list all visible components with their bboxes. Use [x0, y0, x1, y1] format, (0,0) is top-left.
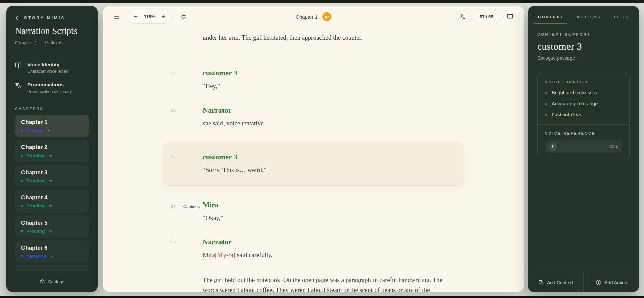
- script-paragraph[interactable]: “Sorry. This is… weird.”: [203, 165, 451, 175]
- paragraph-number: 58: [171, 205, 176, 209]
- chevron-down-icon[interactable]: [48, 204, 53, 208]
- nav-item-desc: Pronunciation dictionary: [27, 89, 72, 94]
- script-paragraph[interactable]: “Okay,”: [203, 213, 444, 223]
- chapter-card-1[interactable]: Chapter 1 Pickups: [15, 115, 89, 137]
- chevron-down-icon[interactable]: [50, 254, 54, 258]
- script-block-56[interactable]: 56 Narrator she said, voice tentative.: [203, 106, 444, 128]
- voice-identity-card: VOICE IDENTITY Bright and expressive Ani…: [537, 73, 630, 160]
- nav-item-label: Voice Identity: [27, 62, 68, 67]
- script-paragraph[interactable]: The girl held out the notebook. On the o…: [203, 275, 444, 292]
- status-dot: [21, 230, 23, 232]
- sidebar-item-pronunciations[interactable]: Pronunciations Pronunciation dictionary: [15, 82, 89, 94]
- audio-duration: 0:01: [610, 144, 618, 149]
- tab-context[interactable]: CONTEXT: [538, 15, 563, 24]
- tab-actions[interactable]: ACTIONS: [577, 15, 601, 24]
- window-bottom-edge: [0, 296, 644, 298]
- speaker-name[interactable]: Narrator: [203, 238, 444, 246]
- emotion-badge[interactable]: Cautious: [179, 203, 204, 211]
- pronunciation-word[interactable]: Mira: [203, 251, 215, 258]
- script-scroll-area[interactable]: under her arm. The girl hesitated, then …: [103, 27, 524, 292]
- add-action-label: Add Action: [605, 280, 627, 285]
- script-paragraph[interactable]: under her arm. The girl hesitated, then …: [203, 33, 444, 43]
- status-label: Narration: [26, 254, 46, 259]
- bullet-dot: [545, 114, 547, 116]
- sidebar: STORY MIMIC Narration Scripts Chapter 1 …: [6, 6, 98, 292]
- context-panel: CONTEXT ACTIONS LOGS CONTEXT SUPPORT cus…: [528, 6, 639, 292]
- trait-label: Animated pitch range: [552, 101, 598, 106]
- display-settings-button[interactable]: [177, 10, 189, 23]
- settings-label: Settings: [48, 279, 64, 284]
- play-icon: [552, 145, 555, 148]
- speaker-name[interactable]: customer 3: [203, 69, 444, 77]
- divider: [14, 53, 90, 53]
- current-chapter-label: Chapter 1: [296, 14, 318, 20]
- chapter-name: Chapter 4: [21, 194, 83, 201]
- document-toolbar: − 119% + Chapter 1 MI 57 / 65: [103, 6, 524, 27]
- gear-icon: [40, 279, 45, 284]
- chapter-card-3[interactable]: Chapter 3 Proofing: [15, 165, 89, 187]
- play-button[interactable]: [549, 142, 557, 151]
- book-open-icon: [507, 14, 513, 20]
- script-block-59[interactable]: 59 Narrator Mira[My-ra] said carefully.: [203, 238, 444, 260]
- status-dot: [21, 205, 23, 207]
- speaker-name[interactable]: Narrator: [203, 106, 444, 115]
- chapter-card-7-partial[interactable]: [15, 265, 89, 271]
- script-paragraph[interactable]: she said, voice tentative.: [203, 118, 444, 128]
- settings-button[interactable]: Settings: [15, 271, 89, 292]
- status-dot: [21, 180, 23, 182]
- chapter-card-6[interactable]: Chapter 6 Narration: [15, 240, 89, 263]
- trait-label: Bright and expressive: [552, 90, 598, 95]
- document-panel: − 119% + Chapter 1 MI 57 / 65 under her …: [103, 6, 524, 292]
- panel-content: CONTEXT SUPPORT customer 3 Dialogue pass…: [528, 24, 639, 273]
- zoom-out-button[interactable]: −: [129, 10, 142, 23]
- file-text-icon: [538, 280, 544, 285]
- chapter-card-2[interactable]: Chapter 2 Proofing: [15, 140, 89, 162]
- chevron-down-icon[interactable]: [47, 128, 51, 133]
- chevron-down-icon[interactable]: [48, 179, 53, 183]
- script-block-55[interactable]: 55 customer 3 “Hey,”: [203, 69, 444, 91]
- audio-player[interactable]: 0:01: [545, 140, 622, 153]
- script-block-57-selected[interactable]: 57 customer 3 “Sorry. This is… weird.”: [163, 143, 464, 186]
- context-title: customer 3: [537, 41, 630, 52]
- speaker-name[interactable]: Mira: [203, 200, 444, 209]
- add-action-button[interactable]: Add Action: [583, 273, 639, 292]
- speaker-name[interactable]: customer 3: [203, 153, 451, 161]
- languages-icon: [15, 82, 22, 89]
- script-content: under her arm. The girl hesitated, then …: [203, 33, 444, 292]
- sidebar-item-voice-identity[interactable]: Voice Identity Character voice notes: [15, 62, 89, 74]
- app-title: STORY MIMIC: [24, 16, 65, 20]
- status-label: Proofing: [26, 203, 45, 208]
- context-subtitle: Dialogue passage: [537, 55, 630, 61]
- paragraph-text: said carefully.: [235, 251, 273, 258]
- chapter-name: Chapter 5: [21, 220, 83, 226]
- pronunciation-tool-button[interactable]: [456, 10, 469, 23]
- status-label: Pickups: [26, 128, 44, 133]
- menu-button[interactable]: [110, 10, 123, 23]
- page-subtitle: Chapter 1 — Pickups: [15, 40, 89, 45]
- status-label: Proofing: [26, 178, 45, 183]
- reader-view-button[interactable]: [503, 10, 517, 23]
- status-label: Proofing: [26, 153, 45, 158]
- chevron-down-icon[interactable]: [48, 154, 53, 158]
- paragraph-number: 59: [171, 240, 176, 244]
- zoom-level: 119%: [142, 14, 157, 19]
- script-paragraph[interactable]: Mira[My-ra] said carefully.: [203, 250, 444, 260]
- chapter-card-5[interactable]: Chapter 5 Proofing: [15, 215, 89, 238]
- status-dot: [21, 129, 23, 132]
- add-context-button[interactable]: Add Context: [528, 273, 583, 292]
- add-context-label: Add Context: [547, 280, 573, 285]
- script-block-58[interactable]: 58 Cautious Mira “Okay,”: [203, 200, 444, 223]
- chapter-card-4[interactable]: Chapter 4 Proofing: [15, 190, 89, 213]
- bullet-dot: [545, 92, 547, 94]
- pronunciation-hint[interactable]: [My-ra]: [215, 251, 235, 258]
- voice-identity-label: VOICE IDENTITY: [545, 80, 622, 84]
- avatar[interactable]: MI: [322, 12, 331, 21]
- script-paragraph[interactable]: “Hey,”: [203, 81, 444, 91]
- chevron-down-icon[interactable]: [48, 229, 53, 233]
- sliders-icon: [180, 14, 186, 20]
- divider: [538, 124, 629, 125]
- zoom-in-button[interactable]: +: [157, 10, 170, 23]
- book-open-icon: [15, 62, 22, 69]
- tab-logs[interactable]: LOGS: [614, 15, 629, 24]
- back-link[interactable]: STORY MIMIC: [15, 15, 89, 21]
